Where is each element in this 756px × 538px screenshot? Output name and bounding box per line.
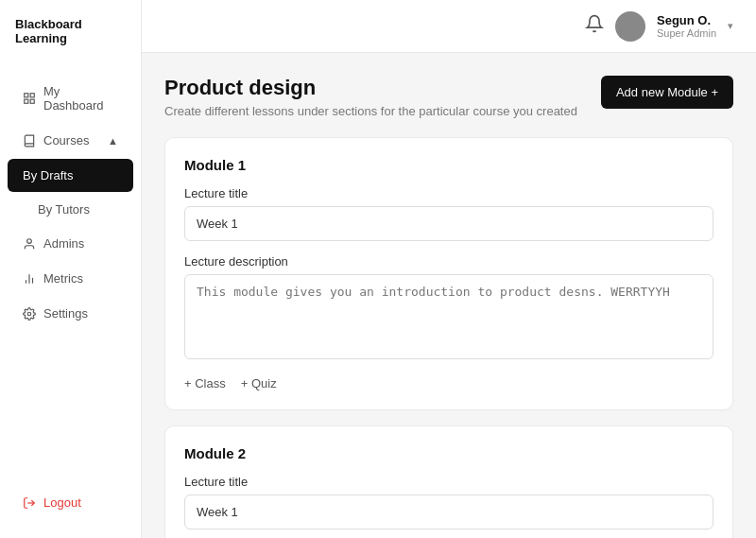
- svg-rect-3: [25, 99, 28, 103]
- module-2-lecture-title-input[interactable]: [184, 495, 713, 529]
- power-icon: [23, 496, 36, 510]
- logout-button[interactable]: Logout: [8, 486, 133, 519]
- chevron-up-icon: ▲: [108, 135, 118, 147]
- sidebar: Blackboard Learning My Dashboard Courses…: [0, 0, 142, 538]
- svg-rect-1: [30, 94, 34, 97]
- bar-chart-icon: [23, 272, 36, 286]
- module-card-2: Module 2 Lecture title: [164, 425, 733, 538]
- person-icon: [23, 237, 36, 251]
- sidebar-item-by-drafts-label: By Drafts: [23, 168, 73, 182]
- svg-point-10: [625, 16, 636, 27]
- user-menu-chevron-icon[interactable]: ▾: [728, 20, 733, 32]
- module-1-lecture-title-group: Lecture title: [184, 186, 713, 241]
- page-header-text: Product design Create different lessons …: [164, 76, 577, 118]
- logout-label: Logout: [43, 495, 81, 510]
- book-icon: [23, 134, 36, 148]
- module-2-lecture-title-label: Lecture title: [184, 475, 713, 489]
- main-content: Segun O. Super Admin ▾ Product design Cr…: [142, 0, 756, 538]
- sidebar-bottom: Logout: [0, 477, 141, 538]
- module-2-lecture-title-group: Lecture title: [184, 475, 713, 529]
- module-1-lecture-desc-group: Lecture description: [184, 254, 713, 363]
- sidebar-item-settings-label: Settings: [43, 306, 88, 321]
- page-header: Product design Create different lessons …: [164, 76, 733, 118]
- user-name: Segun O.: [657, 13, 716, 27]
- avatar: [615, 11, 645, 42]
- module-1-add-quiz-button[interactable]: + Quiz: [241, 376, 277, 390]
- page-subtitle: Create different lessons under sections …: [164, 104, 577, 118]
- module-1-actions: + Class + Quiz: [184, 376, 713, 390]
- user-role: Super Admin: [657, 27, 716, 39]
- svg-point-8: [27, 312, 31, 316]
- sidebar-item-courses-label: Courses: [43, 133, 89, 148]
- page-title: Product design: [164, 76, 577, 100]
- sidebar-item-metrics[interactable]: Metrics: [8, 262, 133, 295]
- sidebar-nav: My Dashboard Courses ▲ By Drafts By Tuto…: [0, 64, 141, 477]
- module-1-title: Module 1: [184, 157, 713, 173]
- sidebar-item-by-tutors[interactable]: By Tutors: [8, 193, 133, 226]
- sidebar-item-courses[interactable]: Courses ▲: [8, 124, 133, 157]
- module-1-add-class-button[interactable]: + Class: [184, 376, 226, 390]
- module-1-lecture-desc-textarea[interactable]: [184, 274, 713, 359]
- sidebar-item-by-tutors-label: By Tutors: [38, 202, 90, 217]
- sidebar-item-metrics-label: Metrics: [43, 271, 83, 286]
- topbar: Segun O. Super Admin ▾: [142, 0, 756, 53]
- sidebar-item-by-drafts[interactable]: By Drafts: [8, 159, 133, 192]
- module-1-lecture-title-label: Lecture title: [184, 186, 713, 200]
- app-logo: Blackboard Learning: [0, 0, 141, 64]
- page-content: Product design Create different lessons …: [142, 53, 756, 538]
- grid-icon: [23, 92, 36, 105]
- gear-icon: [23, 307, 36, 321]
- svg-rect-0: [25, 94, 28, 97]
- module-1-lecture-desc-label: Lecture description: [184, 254, 713, 269]
- sidebar-item-admins-label: Admins: [43, 236, 84, 251]
- sidebar-item-dashboard[interactable]: My Dashboard: [8, 75, 133, 122]
- module-1-lecture-title-input[interactable]: [184, 206, 713, 241]
- svg-rect-2: [30, 99, 34, 103]
- sidebar-item-admins[interactable]: Admins: [8, 227, 133, 260]
- user-info: Segun O. Super Admin: [657, 13, 716, 39]
- notification-bell-icon[interactable]: [585, 14, 604, 38]
- module-2-title: Module 2: [184, 445, 713, 461]
- svg-point-4: [27, 238, 32, 243]
- sidebar-item-dashboard-label: My Dashboard: [43, 84, 118, 113]
- module-card-1: Module 1 Lecture title Lecture descripti…: [164, 137, 733, 410]
- sidebar-item-settings[interactable]: Settings: [8, 297, 133, 330]
- add-new-module-button[interactable]: Add new Module +: [601, 76, 733, 109]
